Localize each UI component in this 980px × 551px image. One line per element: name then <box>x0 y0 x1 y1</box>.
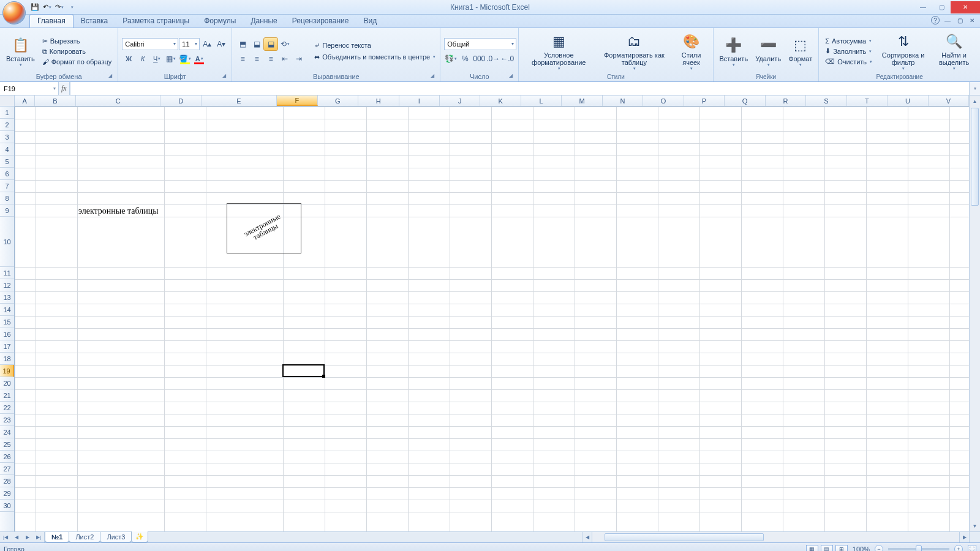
tab-view[interactable]: Вид <box>356 15 384 28</box>
shrink-font-icon[interactable]: A▾ <box>214 38 228 50</box>
comma-icon[interactable]: 000 <box>472 53 486 65</box>
sort-filter-button[interactable]: ⇅Сортировка и фильтр▾ <box>877 30 929 73</box>
qat-customize-icon[interactable]: ▾ <box>66 2 77 13</box>
italic-button[interactable]: К <box>136 53 149 65</box>
tab-review[interactable]: Рецензирование <box>285 15 356 28</box>
row-header-12[interactable]: 12 <box>0 279 14 291</box>
borders-button[interactable]: ▦▾ <box>164 53 178 65</box>
tab-formulas[interactable]: Формулы <box>197 15 243 28</box>
sheet-tab-new[interactable]: ✨ <box>131 531 148 542</box>
minimize-button[interactable]: — <box>914 1 932 13</box>
tab-data[interactable]: Данные <box>243 15 284 28</box>
ribbon-restore-button[interactable]: ▢ <box>956 16 964 24</box>
row-header-23[interactable]: 23 <box>0 414 14 426</box>
row-header-19[interactable]: 19 <box>0 365 14 377</box>
row-header-10[interactable]: 10 <box>0 217 14 267</box>
column-header-G[interactable]: G <box>318 96 358 106</box>
column-header-O[interactable]: O <box>643 96 684 106</box>
row-header-8[interactable]: 8 <box>0 192 14 204</box>
row-header-18[interactable]: 18 <box>0 353 14 365</box>
bold-button[interactable]: Ж <box>122 53 135 65</box>
delete-cells-button[interactable]: ➖Удалить▾ <box>753 30 783 73</box>
merge-center-button[interactable]: ⬌Объединить и поместить в центре▾ <box>312 53 438 62</box>
row-header-4[interactable]: 4 <box>0 143 14 156</box>
column-header-U[interactable]: U <box>888 96 928 106</box>
column-header-P[interactable]: P <box>684 96 725 106</box>
font-name-combo[interactable]: Calibri <box>122 38 178 50</box>
align-center-icon[interactable]: ≡ <box>250 53 263 65</box>
column-header-I[interactable]: I <box>399 96 440 106</box>
redo-icon[interactable]: ↷▾ <box>54 2 65 13</box>
tab-home[interactable]: Главная <box>29 14 74 28</box>
zoom-out-button[interactable]: − <box>875 545 883 552</box>
align-bottom-icon[interactable]: ⬓ <box>264 38 277 50</box>
horizontal-scrollbar[interactable] <box>592 532 959 542</box>
find-select-button[interactable]: 🔍Найти и выделить▾ <box>932 30 976 73</box>
zoom-in-button[interactable]: + <box>954 545 963 552</box>
column-header-B[interactable]: B <box>35 96 75 106</box>
fill-button[interactable]: ⬇Заполнить▾ <box>823 47 875 56</box>
close-button[interactable]: ✕ <box>951 1 980 13</box>
decrease-decimal-icon[interactable]: ←.0 <box>500 53 514 65</box>
undo-icon[interactable]: ↶▾ <box>42 2 53 13</box>
row-header-15[interactable]: 15 <box>0 316 14 328</box>
column-header-V[interactable]: V <box>929 96 969 106</box>
font-size-combo[interactable]: 11 <box>179 38 200 50</box>
page-layout-view-icon[interactable]: ▤ <box>821 545 833 552</box>
currency-icon[interactable]: 💱▾ <box>444 53 458 65</box>
scroll-up-icon[interactable]: ▲ <box>970 96 980 107</box>
increase-indent-icon[interactable]: ⇥ <box>292 53 306 65</box>
cells-area[interactable]: электронные таблицы электронныетаблицы <box>15 107 969 531</box>
column-header-S[interactable]: S <box>806 96 846 106</box>
name-box[interactable]: F19 <box>0 82 59 95</box>
vscroll-thumb[interactable] <box>971 108 979 206</box>
row-header-25[interactable]: 25 <box>0 438 14 451</box>
sheet-tab-3[interactable]: Лист3 <box>100 532 132 542</box>
ribbon-minimize-button[interactable]: — <box>943 16 952 24</box>
row-header-13[interactable]: 13 <box>0 291 14 304</box>
row-header-16[interactable]: 16 <box>0 328 14 340</box>
font-dialog-launcher[interactable]: ◢ <box>221 73 228 80</box>
format-painter-button[interactable]: 🖌Формат по образцу <box>40 58 115 66</box>
row-header-27[interactable]: 27 <box>0 463 14 475</box>
maximize-button[interactable]: ▢ <box>932 1 951 13</box>
decrease-indent-icon[interactable]: ⇤ <box>278 53 292 65</box>
column-header-E[interactable]: E <box>202 96 277 106</box>
scroll-down-icon[interactable]: ▼ <box>970 520 980 531</box>
number-dialog-launcher[interactable]: ◢ <box>507 73 514 80</box>
row-header-21[interactable]: 21 <box>0 389 14 402</box>
number-format-combo[interactable]: Общий <box>444 38 516 50</box>
row-header-9[interactable]: 9 <box>0 204 14 217</box>
fill-color-button[interactable]: 🪣▾ <box>178 53 192 65</box>
clipboard-dialog-launcher[interactable]: ◢ <box>107 73 114 80</box>
percent-icon[interactable]: % <box>458 53 472 65</box>
fx-icon[interactable]: fx <box>61 84 67 93</box>
select-all-corner[interactable] <box>0 96 15 107</box>
tab-page-layout[interactable]: Разметка страницы <box>115 15 197 28</box>
formula-expand-icon[interactable]: ▾ <box>969 82 980 95</box>
column-header-C[interactable]: C <box>76 96 161 106</box>
tab-insert[interactable]: Вставка <box>74 15 116 28</box>
active-cell[interactable] <box>282 364 325 377</box>
column-header-J[interactable]: J <box>440 96 480 106</box>
align-right-icon[interactable]: ≡ <box>264 53 277 65</box>
help-icon[interactable]: ? <box>931 16 940 24</box>
format-cells-button[interactable]: ⬚Формат▾ <box>786 30 815 73</box>
grow-font-icon[interactable]: A▴ <box>200 38 214 50</box>
row-header-30[interactable]: 30 <box>0 500 14 512</box>
save-icon[interactable]: 💾 <box>29 2 40 13</box>
align-top-icon[interactable]: ⬒ <box>236 38 249 50</box>
row-header-3[interactable]: 3 <box>0 131 14 143</box>
row-header-6[interactable]: 6 <box>0 168 14 180</box>
hscroll-left-icon[interactable]: ◀ <box>582 532 592 542</box>
column-header-N[interactable]: N <box>603 96 643 106</box>
sheet-nav-last-icon[interactable]: ▶| <box>33 532 44 542</box>
column-header-M[interactable]: M <box>562 96 602 106</box>
column-header-Q[interactable]: Q <box>725 96 765 106</box>
column-header-K[interactable]: K <box>480 96 521 106</box>
row-header-14[interactable]: 14 <box>0 304 14 316</box>
row-header-7[interactable]: 7 <box>0 180 14 192</box>
row-header-17[interactable]: 17 <box>0 340 14 353</box>
sheet-tab-1[interactable]: №1 <box>45 532 69 542</box>
cell-styles-button[interactable]: 🎨Стили ячеек▾ <box>674 30 709 73</box>
